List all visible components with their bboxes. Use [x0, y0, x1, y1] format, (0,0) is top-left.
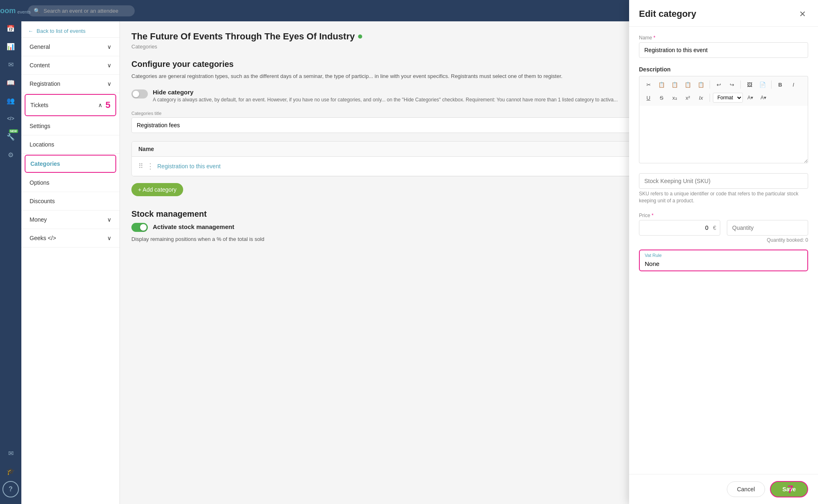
description-field: Description ✂ 📋 📋 📋 📋 ↩ ↪ 🖼 📄 B I U S x₂	[639, 66, 808, 165]
activate-stock-toggle[interactable]	[131, 223, 148, 232]
sidebar-item-label: Discounts	[30, 198, 55, 204]
modal-title: Edit category	[639, 9, 696, 19]
back-to-list[interactable]: ← Back to list of events	[21, 21, 119, 38]
currency-symbol: €	[713, 225, 716, 231]
price-required: *	[652, 213, 654, 218]
sidebar-item-geeks[interactable]: Geeks </> ∨	[21, 229, 119, 247]
sidebar-item-label: Locations	[30, 141, 54, 148]
nav-icon-wrench[interactable]: 🔧NEW	[2, 128, 19, 145]
source-btn[interactable]: 📄	[757, 79, 768, 90]
bold-btn[interactable]: B	[774, 79, 786, 90]
hide-category-desc: A category is always active, by default,…	[153, 97, 618, 103]
vat-rule-select[interactable]: None Standard Reduced Zero	[640, 258, 807, 270]
price-input-wrapper: €	[639, 220, 720, 236]
redo-btn[interactable]: ↪	[726, 79, 738, 90]
sidebar-item-label: Options	[30, 179, 49, 186]
modal-header: Edit category ✕	[629, 0, 818, 27]
hide-category-toggle[interactable]	[131, 89, 148, 99]
drag-handle-icon[interactable]: ⠿	[138, 162, 143, 170]
sidebar-item-label: Registration	[30, 80, 60, 87]
sidebar-item-label: General	[30, 44, 50, 50]
sidebar-item-categories[interactable]: Categories	[25, 155, 116, 173]
nav-icon-mail[interactable]: ✉	[2, 56, 19, 73]
subscript-btn[interactable]: x₂	[669, 92, 680, 103]
activate-stock-label: Activate stock management	[153, 223, 234, 230]
row-menu-icon[interactable]: ⋮	[147, 162, 154, 171]
nav-icon-envelope[interactable]: ✉	[2, 445, 19, 461]
sidebar-item-label: Content	[30, 62, 50, 69]
sidebar-item-label: Money	[30, 216, 47, 223]
nav-icon-calendar[interactable]: 📅	[2, 20, 19, 37]
vat-label: Vat Rule	[640, 251, 807, 258]
paste-word-btn[interactable]: 📋	[695, 79, 707, 90]
sidebar-item-registration[interactable]: Registration ∨	[21, 75, 119, 93]
close-button[interactable]: ✕	[797, 8, 808, 20]
divider-2	[740, 80, 741, 89]
strikethrough-btn[interactable]: S	[656, 92, 667, 103]
copy-btn[interactable]: 📋	[656, 79, 667, 90]
search-bar[interactable]: 🔍 Search an event or an attendee	[28, 5, 135, 16]
italic-btn[interactable]: I	[788, 79, 799, 90]
sidebar-item-locations[interactable]: Locations	[21, 135, 119, 154]
nav-icon-gear[interactable]: ⚙	[2, 147, 19, 163]
back-label: Back to list of events	[37, 28, 85, 34]
vat-field: Vat Rule None Standard Reduced Zero	[639, 250, 808, 271]
price-field: Price * €	[639, 213, 720, 236]
superscript-btn[interactable]: x²	[682, 92, 694, 103]
logo-loom: loom	[0, 7, 16, 15]
sku-description: SKU refers to a unique identifier or cod…	[639, 190, 808, 204]
chevron-down-icon: ∨	[107, 235, 111, 241]
format-select[interactable]: Format	[713, 93, 743, 103]
formatting-toolbar: ✂ 📋 📋 📋 📋 ↩ ↪ 🖼 📄 B I U S x₂ x² Ix	[639, 76, 808, 106]
cut-btn[interactable]: ✂	[643, 79, 654, 90]
sidebar-item-label: Settings	[30, 123, 51, 129]
divider-4	[710, 94, 710, 102]
undo-btn[interactable]: ↩	[713, 79, 724, 90]
sidebar-item-options[interactable]: Options	[21, 174, 119, 192]
price-input[interactable]	[639, 220, 720, 236]
paste-btn[interactable]: 📋	[669, 79, 680, 90]
chevron-down-icon: ∨	[107, 44, 111, 50]
sidebar-item-general[interactable]: General ∨	[21, 38, 119, 56]
name-input[interactable]	[639, 42, 808, 58]
clear-format-btn[interactable]: Ix	[695, 92, 707, 103]
underline-btn[interactable]: U	[643, 92, 654, 103]
nav-icon-graduation[interactable]: 🎓	[2, 463, 19, 479]
quantity-field	[727, 213, 808, 236]
paste-text-btn[interactable]: 📋	[682, 79, 694, 90]
price-qty-row: Price * €	[639, 213, 808, 236]
highlight-btn[interactable]: A▾	[758, 92, 769, 103]
divider-1	[710, 80, 710, 89]
sku-input[interactable]	[639, 173, 808, 189]
price-label: Price *	[639, 213, 720, 218]
quantity-booked: Quantity booked: 0	[639, 237, 808, 243]
new-badge: NEW	[9, 129, 18, 133]
back-arrow-icon: ←	[28, 28, 33, 34]
icon-sidebar: idloomevents 📅 📊 ✉ 📖 👥 </> 🔧NEW ⚙ ✉ 🎓 ?	[0, 0, 21, 504]
step-5-badge: 5	[106, 100, 110, 110]
nav-icon-question[interactable]: ?	[2, 481, 19, 497]
nav-icon-book[interactable]: 📖	[2, 74, 19, 91]
sidebar-item-tickets[interactable]: Tickets ∧ 5	[25, 94, 116, 116]
event-title-text: The Future Of Events Through The Eyes Of…	[131, 31, 355, 42]
add-category-button[interactable]: + Add category	[131, 183, 183, 196]
quantity-input[interactable]	[727, 220, 808, 236]
description-textarea[interactable]	[639, 106, 808, 163]
nav-icon-code[interactable]: </>	[2, 110, 19, 127]
hide-category-label: Hide category	[153, 89, 618, 96]
category-link[interactable]: Registration to this event	[157, 163, 221, 170]
app-logo: idloomevents	[0, 3, 35, 18]
sidebar-item-content[interactable]: Content ∨	[21, 56, 119, 75]
sidebar-item-settings[interactable]: Settings	[21, 117, 119, 135]
sidebar-item-discounts[interactable]: Discounts	[21, 192, 119, 211]
cancel-button[interactable]: Cancel	[727, 481, 765, 497]
image-btn[interactable]: 🖼	[744, 79, 755, 90]
nav-icon-users[interactable]: 👥	[2, 92, 19, 109]
vat-select-wrapper: Vat Rule None Standard Reduced Zero	[639, 250, 808, 271]
sidebar-item-label: Geeks </>	[30, 235, 56, 241]
sidebar-item-label: Tickets	[30, 102, 48, 108]
nav-icon-chart[interactable]: 📊	[2, 38, 19, 55]
font-color-btn[interactable]: A▾	[744, 92, 756, 103]
toggle-on-thumb	[140, 224, 147, 231]
sidebar-item-money[interactable]: Money ∨	[21, 211, 119, 229]
